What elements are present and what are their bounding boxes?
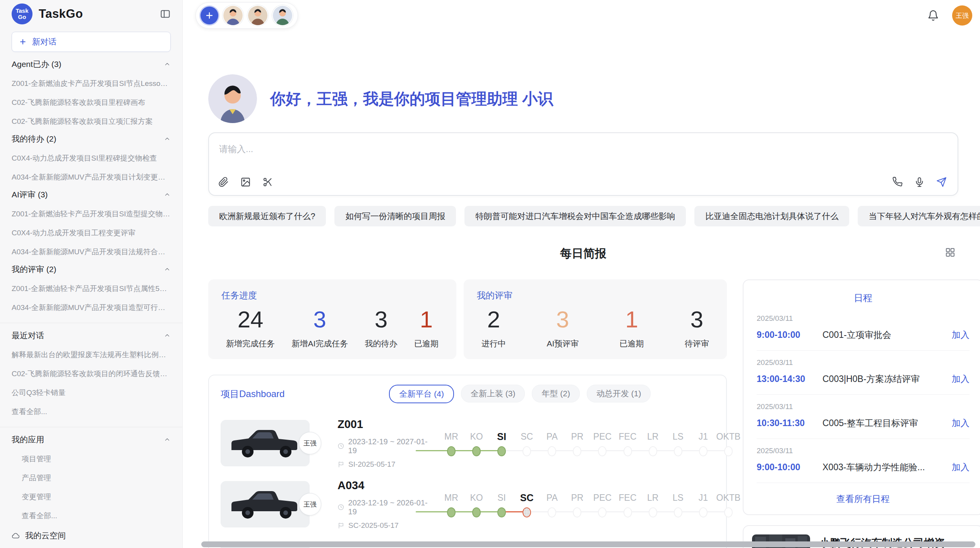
sidebar-section-header[interactable]: 我的评审 (2): [12, 264, 171, 275]
dashboard-tab[interactable]: 动总开发 (1): [587, 385, 651, 402]
stat: 3 我的待办: [365, 306, 397, 349]
topbar-right: 王强: [927, 5, 972, 26]
microphone-icon[interactable]: [914, 177, 925, 187]
dashboard-tabs: 全新平台 (4)全新上装 (3)年型 (2)动总开发 (1): [389, 385, 651, 403]
dashboard-tab[interactable]: 全新上装 (3): [461, 385, 525, 402]
new-chat-button[interactable]: 新对话: [12, 32, 171, 52]
view-all-schedule-link[interactable]: 查看所有日程: [757, 483, 970, 505]
chat-input[interactable]: 请输入...: [208, 132, 958, 196]
sidebar-section-header[interactable]: 我的应用: [12, 434, 171, 445]
milestone-label: KO: [470, 492, 483, 503]
daily-briefing-title: 每日简报: [560, 247, 607, 260]
chevron-up-icon: [164, 135, 171, 142]
user-avatar[interactable]: 王强: [952, 5, 972, 26]
sidebar-item-我的收藏[interactable]: 我的收藏: [12, 541, 171, 548]
sidebar-item[interactable]: 产品管理: [22, 464, 171, 483]
sidebar-item[interactable]: C02-飞腾新能源轻客改款项目立项汇报方案: [12, 108, 171, 127]
send-icon[interactable]: [936, 177, 947, 187]
chevron-up-icon: [164, 191, 171, 198]
sidebar-item[interactable]: C0X4-动力总成开发项目工程变更评审: [12, 219, 171, 238]
schedule-join-link[interactable]: 加入: [952, 417, 970, 429]
sidebar-item[interactable]: C02-飞腾新能源轻客改款项目里程碑画布: [12, 89, 171, 108]
milestone-node: FEC: [615, 492, 640, 517]
notification-bell-icon[interactable]: [927, 10, 939, 21]
sidebar-item[interactable]: 项目管理: [22, 445, 171, 464]
scissors-icon[interactable]: [262, 177, 273, 187]
milestone-node: J1: [691, 431, 716, 456]
sidebar-row-label: 我的云空间: [25, 530, 66, 541]
suggestion-chip[interactable]: 比亚迪全固态电池计划具体说了什么: [694, 206, 849, 226]
chat-avatar-1[interactable]: [223, 5, 243, 26]
section-label: Agent已办 (3): [12, 59, 61, 70]
suggestion-chip[interactable]: 欧洲新规最近颁布了什么?: [208, 206, 326, 226]
milestone-dot: [472, 446, 481, 456]
schedule-date: 2025/03/11: [757, 358, 970, 367]
horizontal-scrollbar[interactable]: [201, 541, 975, 547]
sidebar-item[interactable]: 解释最新出台的欧盟报废车法规再生塑料比例被调至15%...: [12, 341, 171, 360]
sidebar-group: 我的评审 (2) Z001-全新燃油轻卡产品开发项目SI节点属性5D文件评审A0…: [12, 264, 171, 313]
sidebar-item[interactable]: Z001-全新燃油轻卡产品开发项目SI造型提交物评审: [12, 200, 171, 219]
project-car-image: 王强: [221, 481, 310, 527]
chat-quick-switcher: [195, 2, 298, 29]
suggestion-chip[interactable]: 当下年轻人对汽车外观有怎样的喜好趋势: [858, 206, 980, 226]
milestone-node: FEC: [615, 431, 640, 456]
project-row[interactable]: 王强 Z001 2023-12-19 ~ 2027-01-19 SI-2025-…: [221, 419, 714, 468]
sidebar-item[interactable]: 公司Q3轻卡销量: [12, 379, 171, 398]
schedule-name: C001-立项审批会: [822, 329, 946, 341]
phone-icon[interactable]: [892, 177, 903, 187]
sidebar-item[interactable]: A034-全新新能源MUV产品开发项目造型可行性评审: [12, 294, 171, 313]
milestone-label: SC: [521, 431, 533, 442]
stat-value: 3: [365, 306, 397, 333]
milestone-dot: [674, 507, 682, 517]
image-icon[interactable]: [240, 177, 251, 187]
milestone-dot: [548, 507, 556, 517]
milestone-label: PA: [547, 492, 558, 503]
dashboard-tab[interactable]: 全新平台 (4): [389, 385, 454, 403]
topbar: 王强: [195, 2, 972, 29]
milestone-dot: [548, 446, 556, 456]
project-code: Z001: [338, 418, 430, 431]
milestone-node: LR: [641, 492, 665, 517]
grid-view-icon[interactable]: [944, 247, 956, 258]
sidebar-section-header[interactable]: Agent已办 (3): [12, 59, 171, 70]
stat-label: 待评审: [685, 338, 709, 349]
sidebar-item[interactable]: A034-全新新能源MUV产品开发项目法规符合性评审: [12, 238, 171, 257]
stat-label: AI预评审: [547, 338, 579, 349]
sidebar-section-header[interactable]: 最近对话: [12, 330, 171, 341]
chat-avatar-2[interactable]: [247, 5, 268, 26]
new-chat-quick-button[interactable]: [200, 7, 218, 24]
flag-icon: [338, 522, 344, 529]
sidebar-section-header[interactable]: AI评审 (3): [12, 189, 171, 200]
suggestion-chip[interactable]: 特朗普可能对进口汽车增税会对中国车企造成哪些影响: [464, 206, 686, 226]
attachment-icon[interactable]: [218, 177, 229, 187]
sidebar-item[interactable]: 查看全部...: [12, 398, 171, 417]
sidebar-item[interactable]: 查看全部...: [22, 502, 171, 521]
sidebar-item[interactable]: C02-飞腾新能源轻客改款项目的闭环通告反馈情况: [12, 360, 171, 379]
schedule-time: 13:00-14:30: [757, 374, 816, 384]
sidebar-item[interactable]: A034-全新新能源MUV产品开发项目计划变更表编写: [12, 163, 171, 182]
project-rows: 王强 Z001 2023-12-19 ~ 2027-01-19 SI-2025-…: [221, 419, 714, 548]
chat-avatar-3[interactable]: [272, 5, 293, 26]
sidebar-item[interactable]: Z001-全新燃油皮卡产品开发项目SI节点Lesson Learn报告: [12, 70, 171, 89]
sidebar-recent-chats: 最近对话 解释最新出台的欧盟报废车法规再生塑料比例被调至15%...C02-飞腾…: [12, 330, 171, 417]
dashboard-tab[interactable]: 年型 (2): [532, 385, 580, 402]
schedule-time: 10:30-11:30: [757, 418, 816, 428]
milestone-node: SI: [489, 492, 514, 517]
sidebar-item[interactable]: 变更管理: [22, 483, 171, 502]
sidebar-section-header[interactable]: 我的待办 (2): [12, 134, 171, 144]
schedule-join-link[interactable]: 加入: [952, 329, 970, 341]
schedule-join-link[interactable]: 加入: [952, 373, 970, 385]
left-column: 任务进度 24 新增完成任务 3 新增AI完成任务 3 我的待办 1 已逾期 我…: [208, 279, 727, 548]
collapse-sidebar-icon[interactable]: [160, 9, 171, 19]
stat-label: 我的待办: [365, 338, 397, 349]
schedule-entry: 2025/03/11 9:00-10:00 X003-车辆动力学性能验... 加…: [757, 439, 970, 483]
sidebar-item[interactable]: Z001-全新燃油轻卡产品开发项目SI节点属性5D文件评审: [12, 275, 171, 294]
sidebar-item[interactable]: C0X4-动力总成开发项目SI里程碑提交物检查: [12, 144, 171, 163]
sidebar-shortcuts: 我的云空间我的收藏: [12, 521, 171, 548]
project-row[interactable]: 王强 A034 2023-12-19 ~ 2026-01-19 SC-2025-…: [221, 480, 714, 529]
sidebar: Task Go TaskGo 新对话 Agent已办 (3) Z001-全新燃油…: [0, 0, 183, 548]
schedule-join-link[interactable]: 加入: [952, 461, 970, 473]
sidebar-item-我的云空间[interactable]: 我的云空间: [12, 521, 171, 541]
sidebar-group: 最近对话 解释最新出台的欧盟报废车法规再生塑料比例被调至15%...C02-飞腾…: [12, 330, 171, 417]
suggestion-chip[interactable]: 如何写一份清晰的项目周报: [334, 206, 456, 226]
